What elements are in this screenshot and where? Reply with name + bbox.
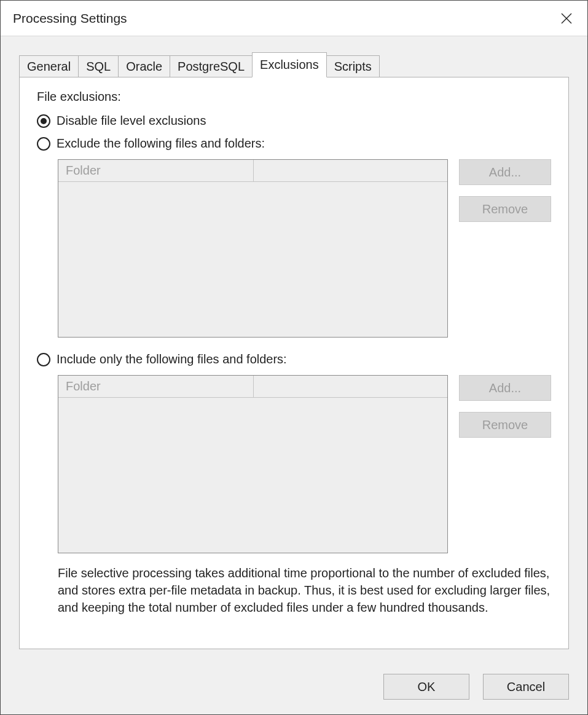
radio-exclude-row[interactable]: Exclude the following files and folders: (37, 136, 551, 151)
tab-page-exclusions: File exclusions: Disable file level excl… (19, 77, 569, 649)
tab-exclusions[interactable]: Exclusions (252, 52, 327, 77)
include-list-block: Folder Add... Remove (58, 375, 551, 553)
dialog-button-row: OK Cancel (1, 662, 587, 714)
radio-disable[interactable] (37, 114, 50, 128)
tab-general[interactable]: General (19, 55, 79, 77)
include-list-header: Folder (58, 376, 447, 398)
tab-sql[interactable]: SQL (78, 55, 119, 77)
radio-include[interactable] (37, 353, 50, 366)
exclude-list-col-separator (253, 160, 254, 181)
radio-include-row[interactable]: Include only the following files and fol… (37, 352, 551, 366)
exclude-list-col-folder: Folder (58, 164, 253, 178)
tab-strip: General SQL Oracle PostgreSQL Exclusions… (19, 51, 569, 77)
include-list-col-separator (253, 376, 254, 397)
client-area: General SQL Oracle PostgreSQL Exclusions… (1, 36, 587, 662)
tab-scripts[interactable]: Scripts (326, 55, 380, 77)
radio-include-label: Include only the following files and fol… (57, 352, 287, 366)
include-list-col-folder: Folder (58, 379, 253, 393)
exclude-list-block: Folder Add... Remove (58, 159, 551, 338)
radio-disable-label: Disable file level exclusions (57, 114, 206, 128)
exclude-side-buttons: Add... Remove (459, 159, 551, 338)
radio-exclude[interactable] (37, 137, 50, 151)
include-remove-button[interactable]: Remove (459, 412, 551, 438)
include-side-buttons: Add... Remove (459, 375, 551, 553)
close-icon (560, 12, 573, 25)
close-button[interactable] (554, 6, 579, 31)
titlebar: Processing Settings (1, 1, 587, 36)
exclude-listbox[interactable]: Folder (58, 159, 448, 338)
cancel-button[interactable]: Cancel (483, 674, 569, 700)
processing-settings-window: Processing Settings General SQL Oracle P… (0, 0, 588, 715)
exclude-add-button[interactable]: Add... (459, 159, 551, 185)
exclusions-note: File selective processing takes addition… (58, 564, 551, 616)
radio-exclude-label: Exclude the following files and folders: (57, 136, 265, 151)
exclude-remove-button[interactable]: Remove (459, 196, 551, 222)
include-listbox[interactable]: Folder (58, 375, 448, 553)
exclude-list-header: Folder (58, 160, 447, 182)
radio-disable-row[interactable]: Disable file level exclusions (37, 114, 551, 128)
tab-postgresql[interactable]: PostgreSQL (170, 55, 253, 77)
tab-oracle[interactable]: Oracle (118, 55, 170, 77)
file-exclusions-label: File exclusions: (37, 90, 551, 104)
include-add-button[interactable]: Add... (459, 375, 551, 401)
ok-button[interactable]: OK (383, 674, 469, 700)
window-title: Processing Settings (13, 11, 127, 26)
